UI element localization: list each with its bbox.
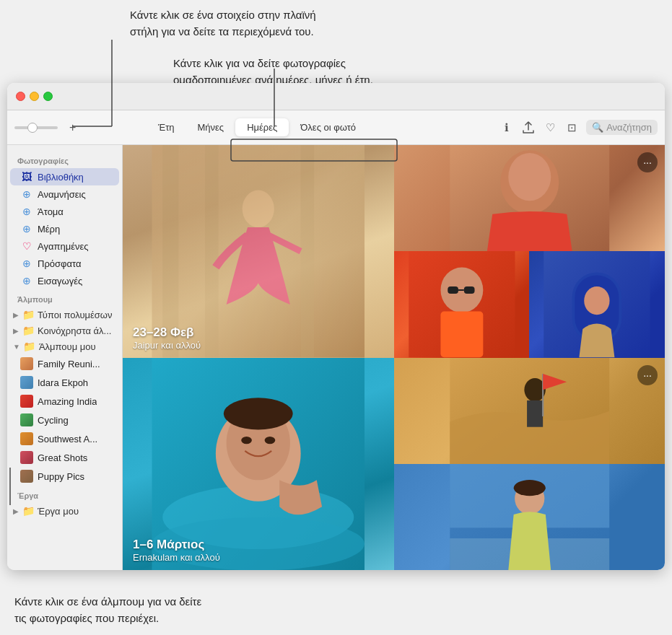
annotation-line2: στήλη για να δείτε τα περιεχόμενά του. xyxy=(130,24,658,40)
tab-months[interactable]: Μήνες xyxy=(186,118,236,136)
sidebar-library-label: Βιβλιοθήκη xyxy=(38,172,84,183)
add-button[interactable]: + xyxy=(66,120,79,136)
annotation-line1: Κάντε κλικ σε ένα στοιχείο στην πλαϊνή xyxy=(130,7,658,24)
cycling-label: Cycling xyxy=(38,415,69,426)
sidebar-group-my-projects[interactable]: ▶ 📁 Έργα μου xyxy=(7,503,122,519)
family-reunion-label: Family Reuni... xyxy=(38,359,100,369)
sidebar-item-library[interactable]: 🖼 Βιβλιοθήκη xyxy=(10,168,119,185)
photo-colorful-man[interactable] xyxy=(394,251,530,357)
sidebar-item-memories[interactable]: ⊕ Αναμνήσεις xyxy=(10,185,119,203)
puppy-pics-label: Puppy Pics xyxy=(38,471,84,482)
sidebar: Φωτογραφίες 🖼 Βιβλιοθήκη ⊕ Αναμνήσεις ⊕ … xyxy=(7,145,123,570)
photo-label-jaipur: 23–28 Φεβ Jaipur και αλλού xyxy=(123,318,211,358)
sidebar-recent-label: Πρόσφατα xyxy=(38,258,81,269)
sidebar-memories-label: Αναμνήσεις xyxy=(38,189,86,200)
southwest-thumb xyxy=(20,432,33,445)
photo-grid: 23–28 Φεβ Jaipur και αλλού xyxy=(123,145,665,570)
toolbar: + Έτη Μήνες Ημέρες Όλες οι φωτό ℹ ♡ ⊡ 🔍 … xyxy=(7,110,665,145)
main-window: + Έτη Μήνες Ημέρες Όλες οι φωτό ℹ ♡ ⊡ 🔍 … xyxy=(7,83,665,570)
photo-right-col-2: ··· xyxy=(394,358,666,571)
titlebar xyxy=(7,83,665,110)
toolbar-actions: ℹ ♡ ⊡ 🔍 Αναζήτηση xyxy=(499,120,658,135)
sidebar-item-recent[interactable]: ⊕ Πρόσφατα xyxy=(10,255,119,272)
projects-icon: 📁 xyxy=(22,505,35,517)
svg-point-7 xyxy=(508,153,551,201)
idara-ekpoh-label: Idara Ekpoh xyxy=(38,377,88,388)
top-annotation: Κάντε κλικ σε ένα στοιχείο στην πλαϊνή σ… xyxy=(115,0,672,95)
amazing-india-thumb xyxy=(20,395,33,408)
sidebar-item-cycling[interactable]: Cycling xyxy=(10,411,119,429)
svg-point-23 xyxy=(224,398,293,429)
puppy-pics-thumb xyxy=(20,470,33,483)
photo-indian-woman[interactable]: ··· xyxy=(394,145,666,251)
memories-icon: ⊕ xyxy=(20,188,33,200)
sidebar-item-people[interactable]: ⊕ Άτομα xyxy=(10,203,119,220)
cycling-thumb xyxy=(20,413,33,426)
close-button[interactable] xyxy=(16,92,25,101)
annotation-bottom-line2: τις φωτογραφίες που περιέχει. xyxy=(14,610,658,627)
amazing-india-label: Amazing India xyxy=(38,396,97,407)
sidebar-item-places[interactable]: ⊕ Μέρη xyxy=(10,220,119,237)
photo-group-jaipur[interactable]: 23–28 Φεβ Jaipur και αλλού xyxy=(123,145,394,358)
great-shots-thumb xyxy=(20,451,33,464)
chevron-right-icon-2: ▶ xyxy=(13,327,19,335)
photo-desert-flag[interactable]: ··· xyxy=(394,358,666,464)
tab-years[interactable]: Έτη xyxy=(147,118,186,136)
fullscreen-button[interactable] xyxy=(43,92,53,101)
photo-group-ernakulam[interactable]: 1–6 Μάρτιος Ernakulam και αλλού xyxy=(123,358,394,571)
tab-days[interactable]: Ημέρες xyxy=(235,118,289,136)
info-icon[interactable]: ℹ xyxy=(499,121,514,135)
sidebar-group-my-albums[interactable]: ▼ 📁 Άλμπουμ μου xyxy=(7,338,122,354)
search-placeholder: Αναζήτηση xyxy=(606,122,652,133)
my-projects-label: Έργα μου xyxy=(38,506,79,517)
photo-right-col-1: ··· xyxy=(394,145,666,358)
sidebar-group-shared[interactable]: ▶ 📁 Κοινόχρηστα άλ... xyxy=(7,323,122,338)
search-box[interactable]: 🔍 Αναζήτηση xyxy=(586,120,658,135)
sidebar-item-idara-ekpoh[interactable]: Idara Ekpoh xyxy=(10,373,119,392)
more-options-bottom-right[interactable]: ··· xyxy=(637,365,658,385)
photos-section-label: Φωτογραφίες xyxy=(7,151,122,168)
share-icon[interactable] xyxy=(521,121,536,135)
sidebar-places-label: Μέρη xyxy=(38,224,60,235)
family-reunion-thumb xyxy=(20,357,33,370)
albums-section-label: Άλμπουμ xyxy=(7,289,122,307)
sidebar-item-amazing-india[interactable]: Amazing India xyxy=(10,392,119,411)
media-types-icon: 📁 xyxy=(22,309,35,320)
photo-location-ernakulam: Ernakulam και αλλού xyxy=(133,552,220,563)
annotation-line3: Κάντε κλικ για να δείτε φωτογραφίες xyxy=(173,56,658,72)
sidebar-item-favorites[interactable]: ♡ Αγαπημένες xyxy=(10,237,119,255)
sidebar-item-imports[interactable]: ⊕ Εισαγωγές xyxy=(10,272,119,289)
chevron-right-icon: ▶ xyxy=(13,311,19,319)
svg-rect-12 xyxy=(463,286,474,294)
sidebar-item-family-reunion[interactable]: Family Reuni... xyxy=(10,354,119,373)
sidebar-item-puppy-pics[interactable]: Puppy Pics xyxy=(10,467,119,486)
annotation-bottom-line1: Κάντε κλικ σε ένα άλμπουμ για να δείτε xyxy=(14,594,658,610)
sidebar-item-southwest[interactable]: Southwest A... xyxy=(10,429,119,448)
traffic-lights xyxy=(16,92,53,101)
crop-icon[interactable]: ⊡ xyxy=(564,121,579,135)
minimize-button[interactable] xyxy=(30,92,39,101)
svg-rect-10 xyxy=(440,312,483,358)
tab-all-photos[interactable]: Όλες οι φωτό xyxy=(289,118,367,136)
sidebar-imports-label: Εισαγωγές xyxy=(38,276,82,286)
people-icon: ⊕ xyxy=(20,206,33,217)
sidebar-item-great-shots[interactable]: Great Shots xyxy=(10,448,119,467)
svg-point-25 xyxy=(265,436,276,443)
media-types-label: Τύποι πολυμέσων xyxy=(38,310,112,320)
library-icon: 🖼 xyxy=(20,171,33,183)
photo-woman-blue[interactable] xyxy=(394,464,666,570)
more-options-top-right[interactable]: ··· xyxy=(637,152,658,172)
more-icon-2: ··· xyxy=(643,370,652,380)
great-shots-label: Great Shots xyxy=(38,452,87,463)
main-content: Φωτογραφίες 🖼 Βιβλιοθήκη ⊕ Αναμνήσεις ⊕ … xyxy=(7,145,665,570)
sidebar-group-media-types[interactable]: ▶ 📁 Τύποι πολυμέσων xyxy=(7,307,122,323)
photo-date-jaipur: 23–28 Φεβ xyxy=(133,325,201,340)
sidebar-favorites-label: Αγαπημένες xyxy=(38,241,89,252)
photo-blue-door[interactable] xyxy=(529,251,665,357)
shared-icon: 📁 xyxy=(22,325,35,336)
zoom-slider[interactable] xyxy=(14,126,58,129)
svg-point-4 xyxy=(243,190,274,228)
photo-location-jaipur: Jaipur και αλλού xyxy=(133,340,201,351)
my-albums-icon: 📁 xyxy=(23,341,36,352)
favorite-icon[interactable]: ♡ xyxy=(543,121,557,135)
